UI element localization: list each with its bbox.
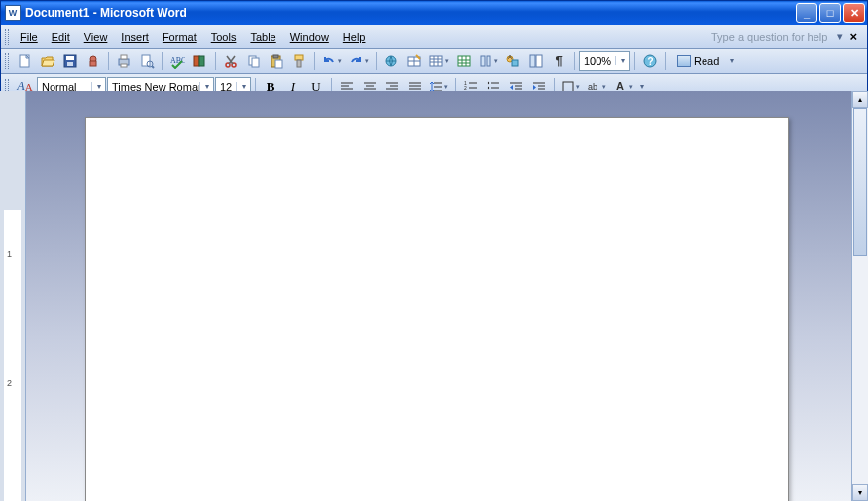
format-painter-button[interactable] xyxy=(288,50,310,72)
scroll-up-button[interactable]: ▴ xyxy=(852,91,868,108)
svg-rect-24 xyxy=(295,55,303,60)
svg-rect-46 xyxy=(536,55,542,67)
app-icon: W xyxy=(5,5,21,21)
columns-button[interactable] xyxy=(476,50,501,72)
menu-view[interactable]: View xyxy=(77,28,115,46)
scroll-down-button[interactable]: ▾ xyxy=(852,484,868,501)
menu-table[interactable]: Table xyxy=(243,28,282,46)
document-close-button[interactable]: × xyxy=(849,29,857,44)
toolbar-handle[interactable] xyxy=(5,53,9,69)
ask-help-dropdown[interactable]: ▾ xyxy=(837,30,843,43)
document-map-button[interactable] xyxy=(525,50,547,72)
svg-rect-45 xyxy=(530,55,535,67)
svg-text:A: A xyxy=(508,54,512,60)
save-button[interactable] xyxy=(59,50,81,72)
chevron-down-icon: ▾ xyxy=(615,56,629,65)
separator xyxy=(108,52,109,70)
separator xyxy=(376,52,377,70)
svg-rect-3 xyxy=(67,62,73,66)
title-bar: W Document1 - Microsoft Word _ □ ✕ xyxy=(1,1,867,25)
separator xyxy=(634,52,635,70)
separator xyxy=(665,52,666,70)
svg-rect-2 xyxy=(66,56,74,60)
svg-rect-5 xyxy=(90,61,96,66)
svg-rect-43 xyxy=(512,60,518,66)
svg-text:ABC: ABC xyxy=(170,56,185,65)
separator xyxy=(162,52,163,70)
window-title: Document1 - Microsoft Word xyxy=(25,6,187,20)
svg-rect-41 xyxy=(487,56,490,66)
svg-text:?: ? xyxy=(648,56,654,67)
svg-rect-8 xyxy=(121,64,127,67)
scroll-thumb[interactable] xyxy=(853,108,867,256)
svg-rect-13 xyxy=(194,56,199,66)
svg-text:ab: ab xyxy=(588,82,597,92)
document-area: 1 2 ▴ ▾ xyxy=(0,91,868,501)
menu-help[interactable]: Help xyxy=(336,28,373,46)
svg-line-11 xyxy=(152,66,154,68)
redo-button[interactable] xyxy=(346,50,372,72)
insert-table-button[interactable] xyxy=(426,50,452,72)
vertical-ruler[interactable]: 1 2 xyxy=(0,91,26,501)
research-button[interactable] xyxy=(189,50,211,72)
drawing-button[interactable]: A xyxy=(502,50,524,72)
vertical-scrollbar[interactable]: ▴ ▾ xyxy=(851,91,868,501)
read-button[interactable]: Read xyxy=(670,50,726,72)
book-icon xyxy=(677,55,691,67)
print-button[interactable] xyxy=(113,50,135,72)
copy-button[interactable] xyxy=(243,50,265,72)
svg-rect-23 xyxy=(275,60,282,68)
tables-borders-button[interactable] xyxy=(403,50,425,72)
menu-bar: File Edit View Insert Format Tools Table… xyxy=(1,25,867,49)
page[interactable] xyxy=(85,117,789,501)
svg-point-74 xyxy=(488,81,489,83)
spelling-button[interactable]: ABC xyxy=(166,50,188,72)
maximize-button[interactable]: □ xyxy=(819,3,841,23)
show-hide-button[interactable]: ¶ xyxy=(548,50,570,72)
toolbar-options-icon[interactable]: ▾ xyxy=(640,82,644,91)
menu-format[interactable]: Format xyxy=(156,28,204,46)
svg-rect-30 xyxy=(430,56,442,66)
chevron-down-icon: ▾ xyxy=(236,82,250,91)
separator xyxy=(314,52,315,70)
print-preview-button[interactable] xyxy=(136,50,158,72)
insert-worksheet-button[interactable] xyxy=(453,50,475,72)
permission-button[interactable] xyxy=(82,50,104,72)
paste-button[interactable] xyxy=(266,50,287,72)
help-button[interactable]: ? xyxy=(639,50,661,72)
zoom-value: 100% xyxy=(580,55,615,67)
scroll-track[interactable] xyxy=(852,108,868,484)
minimize-button[interactable]: _ xyxy=(796,3,817,23)
svg-rect-35 xyxy=(458,56,470,66)
svg-rect-22 xyxy=(273,55,278,58)
svg-text:A: A xyxy=(616,80,624,92)
svg-rect-25 xyxy=(297,60,301,67)
menu-insert[interactable]: Insert xyxy=(114,28,156,46)
menu-edit[interactable]: Edit xyxy=(45,28,77,46)
svg-rect-14 xyxy=(199,56,204,66)
undo-button[interactable] xyxy=(319,50,345,72)
ask-help-input[interactable]: Type a question for help xyxy=(705,29,833,45)
svg-point-75 xyxy=(488,86,489,88)
window-close-button[interactable]: ✕ xyxy=(843,3,865,23)
read-label: Read xyxy=(694,55,719,67)
cut-button[interactable] xyxy=(220,50,242,72)
svg-rect-88 xyxy=(563,82,573,92)
svg-rect-7 xyxy=(121,55,127,59)
open-button[interactable] xyxy=(37,50,58,72)
chevron-down-icon: ▾ xyxy=(199,82,213,91)
new-document-button[interactable] xyxy=(14,50,36,72)
svg-rect-20 xyxy=(252,58,259,67)
menu-file[interactable]: File xyxy=(13,28,45,46)
svg-rect-9 xyxy=(142,55,150,66)
toolbar-options-icon[interactable]: ▾ xyxy=(730,56,734,65)
document-canvas[interactable] xyxy=(26,91,851,501)
menu-tools[interactable]: Tools xyxy=(204,28,244,46)
zoom-combo[interactable]: 100% ▾ xyxy=(579,51,630,71)
toolbar-handle[interactable] xyxy=(5,29,9,45)
standard-toolbar: ABC A ¶ 100% ▾ ? Read ▾ xyxy=(1,49,867,74)
separator xyxy=(574,52,575,70)
insert-hyperlink-button[interactable] xyxy=(380,50,402,72)
svg-rect-40 xyxy=(481,56,485,66)
menu-window[interactable]: Window xyxy=(283,28,336,46)
